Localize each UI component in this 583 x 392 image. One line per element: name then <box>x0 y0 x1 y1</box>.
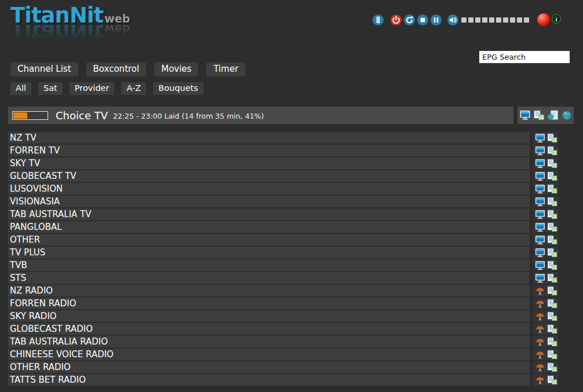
epg-pages-icon[interactable] <box>547 350 558 360</box>
reload-button[interactable] <box>403 14 416 26</box>
channel-row[interactable]: TAB AUSTRALIA TV <box>8 208 559 220</box>
tab-boxcontrol[interactable]: Boxcontrol <box>86 63 147 76</box>
filter-provider[interactable]: Provider <box>70 82 115 95</box>
epg-pages-icon[interactable] <box>547 324 558 334</box>
tv-icon[interactable] <box>535 235 545 245</box>
epg-pages-icon[interactable] <box>547 299 558 309</box>
volume-segment[interactable] <box>524 17 529 23</box>
epg-pages-icon[interactable] <box>533 110 545 120</box>
tab-movies[interactable]: Movies <box>154 63 198 76</box>
epg-pages-icon[interactable] <box>547 235 558 245</box>
radio-icon[interactable] <box>535 362 545 372</box>
channel-row[interactable]: LUSOVISION <box>8 183 559 195</box>
channel-row[interactable]: PANGLOBAL <box>8 221 559 233</box>
remote-button[interactable] <box>372 14 384 26</box>
epg-pages-icon[interactable] <box>547 273 558 283</box>
filter-sat[interactable]: Sat <box>38 82 63 95</box>
channel-name[interactable]: FORREN RADIO <box>8 298 530 309</box>
epg-pages-icon[interactable] <box>547 210 558 219</box>
channel-name[interactable]: FORREN TV <box>8 145 530 156</box>
channel-name[interactable]: GLOBECAST RADIO <box>8 323 530 335</box>
channel-name[interactable]: VISIONASIA <box>8 196 530 207</box>
channel-name[interactable]: TVB <box>8 259 530 271</box>
channel-name[interactable]: CHINEESE VOICE RADIO <box>8 349 530 360</box>
channel-row[interactable]: TVB <box>8 259 559 271</box>
channel-row[interactable]: GLOBECAST TV <box>8 170 559 182</box>
channel-name[interactable]: LUSOVISION <box>8 183 530 195</box>
volume-segment[interactable] <box>503 17 508 23</box>
channel-row[interactable]: TAB AUSTRALIA RADIO <box>8 336 559 347</box>
channel-row[interactable]: NZ TV <box>8 132 559 144</box>
channel-name[interactable]: PANGLOBAL <box>8 221 530 233</box>
channel-row[interactable]: CHINEESE VOICE RADIO <box>8 349 559 360</box>
volume-segment[interactable] <box>468 17 473 23</box>
channel-row[interactable]: SKY RADIO <box>8 310 559 322</box>
volume-segment[interactable] <box>517 17 522 23</box>
channel-name[interactable]: TV PLUS <box>8 247 530 258</box>
tv-icon[interactable] <box>519 110 531 120</box>
channel-row[interactable]: STS <box>8 272 559 284</box>
tv-icon[interactable] <box>535 273 545 283</box>
volume-segment[interactable] <box>475 17 480 23</box>
tv-icon[interactable] <box>535 261 545 270</box>
channel-row[interactable]: VISIONASIA <box>8 196 559 207</box>
pause-button[interactable] <box>430 14 442 26</box>
radio-icon[interactable] <box>535 286 545 296</box>
radio-icon[interactable] <box>535 337 545 347</box>
channel-row[interactable]: NZ RADIO <box>8 285 559 296</box>
epg-search-input[interactable] <box>479 51 570 63</box>
epg-pages-icon[interactable] <box>547 248 558 258</box>
power-button[interactable] <box>390 14 402 26</box>
volume-segment[interactable] <box>482 17 487 23</box>
channel-name[interactable]: GLOBECAST TV <box>8 170 530 182</box>
filter-all[interactable]: All <box>10 82 31 95</box>
epg-pages-icon[interactable] <box>547 184 558 194</box>
epg-pages-icon[interactable] <box>547 375 558 385</box>
channel-row[interactable]: OTHER <box>8 234 559 246</box>
radio-icon[interactable] <box>535 299 545 309</box>
channel-row[interactable]: TV PLUS <box>8 247 559 258</box>
channel-name[interactable]: TAB AUSTRALIA RADIO <box>8 336 530 347</box>
filter-a-z[interactable]: A-Z <box>121 82 146 95</box>
volume-segment[interactable] <box>489 17 494 23</box>
channel-name[interactable]: OTHER <box>8 234 530 246</box>
channel-row[interactable]: SKY TV <box>8 157 559 169</box>
channel-row[interactable]: FORREN RADIO <box>8 298 559 309</box>
channel-name[interactable]: TATTS BET RADIO <box>8 374 530 386</box>
stop-button[interactable] <box>417 14 429 26</box>
epg-pages-icon[interactable] <box>547 197 558 207</box>
radio-icon[interactable] <box>535 312 545 321</box>
webstream-icon[interactable] <box>547 110 559 120</box>
tv-icon[interactable] <box>535 146 545 156</box>
epg-pages-icon[interactable] <box>547 362 558 372</box>
radio-icon[interactable] <box>535 350 545 360</box>
transmitter-icon[interactable] <box>551 14 563 26</box>
channel-row[interactable]: TATTS BET RADIO <box>8 374 559 386</box>
epg-pages-icon[interactable] <box>547 261 558 270</box>
volume-segment[interactable] <box>496 17 501 23</box>
tv-icon[interactable] <box>535 197 545 207</box>
tab-channel-list[interactable]: Channel List <box>10 63 78 76</box>
tv-icon[interactable] <box>535 210 545 219</box>
epg-pages-icon[interactable] <box>547 222 558 232</box>
epg-pages-icon[interactable] <box>547 312 558 321</box>
epg-pages-icon[interactable] <box>547 171 558 181</box>
tv-icon[interactable] <box>535 222 545 232</box>
tab-timer[interactable]: Timer <box>206 63 245 76</box>
globe-icon[interactable] <box>561 110 573 120</box>
radio-icon[interactable] <box>535 375 545 385</box>
epg-pages-icon[interactable] <box>547 286 558 296</box>
filter-bouquets[interactable]: Bouquets <box>153 82 203 95</box>
channel-name[interactable]: NZ TV <box>8 132 530 144</box>
channel-name[interactable]: STS <box>8 272 530 284</box>
channel-name[interactable]: OTHER RADIO <box>8 361 530 373</box>
channel-name[interactable]: TAB AUSTRALIA TV <box>8 208 530 220</box>
tv-icon[interactable] <box>535 248 545 258</box>
tv-icon[interactable] <box>535 159 545 168</box>
epg-pages-icon[interactable] <box>547 337 558 347</box>
channel-name[interactable]: NZ RADIO <box>8 285 530 296</box>
tv-icon[interactable] <box>535 133 545 143</box>
epg-pages-icon[interactable] <box>547 133 558 143</box>
channel-row[interactable]: GLOBECAST RADIO <box>8 323 559 335</box>
volume-segment[interactable] <box>510 17 515 23</box>
